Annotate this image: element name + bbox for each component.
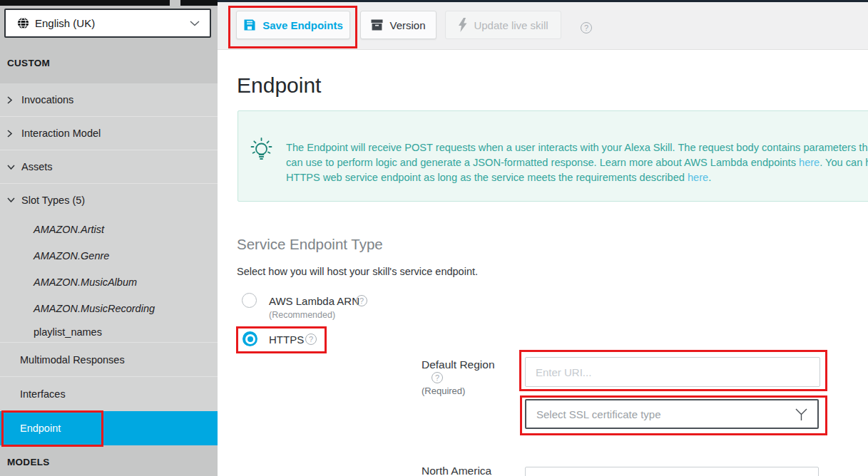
chevron-right-icon: [7, 96, 21, 104]
north-america-label: North America: [422, 465, 491, 476]
lambda-help-icon[interactable]: ?: [356, 295, 367, 306]
aws-lambda-arn-radio[interactable]: [242, 293, 257, 308]
info-text-segment: .: [708, 172, 711, 183]
section-description: Select how you will host your skill's se…: [237, 266, 478, 277]
language-selector-label: English (UK): [35, 17, 190, 29]
ssl-certificate-select[interactable]: Select SSL certificate type: [525, 399, 819, 429]
default-region-help-icon[interactable]: ?: [432, 372, 443, 383]
sidebar-item-slot-types[interactable]: Slot Types (5): [0, 183, 218, 216]
north-america-input[interactable]: [525, 467, 819, 476]
sidebar-item-playlist-names[interactable]: playlist_names: [0, 321, 218, 342]
sidebar-section-models-band: MODELS: [0, 445, 218, 476]
sidebar-item-amazon-musicalbum[interactable]: AMAZON.MusicAlbum: [0, 269, 218, 295]
sidebar-item-assets[interactable]: Assets: [0, 150, 218, 183]
ssl-select-placeholder: Select SSL certificate type: [536, 408, 795, 420]
sidebar-item-multimodal-responses[interactable]: Multimodal Responses: [0, 342, 218, 376]
lambda-endpoints-here-link[interactable]: here: [799, 157, 820, 168]
alexa-developer-console: English (UK) CUSTOM Invocations Interact…: [0, 0, 868, 476]
sidebar-section-custom: CUSTOM: [7, 58, 50, 68]
lightbulb-icon: [248, 137, 275, 168]
default-region-label: Default Region: [422, 358, 495, 371]
top-black-bar: [0, 0, 170, 6]
chevron-down-icon: [7, 197, 21, 202]
chevron-down-icon: [190, 21, 200, 26]
dropdown-caret-icon: [795, 408, 807, 421]
https-label: HTTPS: [269, 333, 304, 346]
sidebar-item-amazon-genre[interactable]: AMAZON.Genre: [0, 242, 218, 269]
https-requirements-here-link[interactable]: here: [688, 172, 708, 183]
https-help-icon[interactable]: ?: [305, 333, 317, 345]
version-box-icon: [371, 19, 383, 31]
endpoint-info-text: The Endpoint will receive POST requests …: [286, 140, 868, 185]
update-live-skill-button[interactable]: Update live skill: [445, 11, 561, 39]
sidebar-item-endpoint[interactable]: Endpoint: [0, 411, 218, 445]
sidebar-item-interfaces[interactable]: Interfaces: [0, 376, 218, 411]
info-text-segment: The Endpoint will receive POST requests …: [286, 142, 868, 168]
sidebar-item-amazon-musicrecording[interactable]: AMAZON.MusicRecording: [0, 295, 218, 321]
top-navy-line: [218, 0, 868, 2]
uri-input[interactable]: [525, 357, 820, 387]
lightning-bolt-icon: [458, 18, 467, 32]
endpoint-info-box: The Endpoint will receive POST requests …: [238, 110, 868, 202]
top-black-bar: [180, 0, 218, 6]
aws-lambda-arn-label: AWS Lambda ARN: [269, 295, 359, 307]
section-heading: Service Endpoint Type: [237, 236, 383, 253]
recommended-note: (Recommended): [269, 310, 335, 320]
chevron-right-icon: [7, 130, 21, 138]
sidebar-section-models: MODELS: [7, 457, 50, 467]
save-endpoints-button[interactable]: Save Endpoints: [236, 11, 350, 39]
sidebar-item-invocations[interactable]: Invocations: [0, 83, 218, 116]
sidebar: English (UK) CUSTOM Invocations Interact…: [0, 0, 218, 476]
globe-icon: [17, 17, 29, 29]
sidebar-item-interaction-model[interactable]: Interaction Model: [0, 116, 218, 150]
language-selector[interactable]: English (UK): [4, 9, 211, 38]
toolbar-help-icon[interactable]: ?: [581, 22, 592, 33]
sidebar-item-amazon-artist[interactable]: AMAZON.Artist: [0, 216, 218, 242]
version-button[interactable]: Version: [360, 11, 436, 39]
chevron-down-icon: [7, 165, 21, 170]
floppy-disk-icon: [243, 19, 256, 31]
page-title: Endpoint: [237, 73, 321, 98]
https-radio[interactable]: [242, 331, 257, 346]
required-note: (Required): [422, 386, 465, 396]
